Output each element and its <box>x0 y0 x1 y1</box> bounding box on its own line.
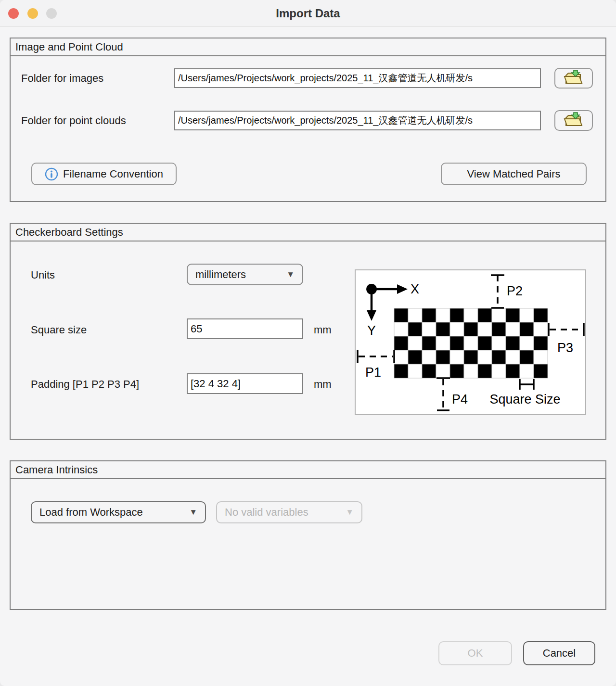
intrinsics-source-dropdown[interactable]: Load from Workspace ▼ <box>31 501 206 523</box>
square-size-diagram-label: Square Size <box>489 392 560 407</box>
folder-images-input[interactable] <box>174 68 541 88</box>
browse-images-button[interactable] <box>554 68 593 89</box>
square-size-label: Square size <box>31 324 87 336</box>
window-title: Import Data <box>0 7 616 20</box>
padding-unit: mm <box>314 378 332 391</box>
units-dropdown[interactable]: millimeters ▼ <box>187 264 303 285</box>
filename-convention-label: Filename Convention <box>63 168 163 180</box>
checkerboard-settings-header: Checkerboard Settings <box>11 224 605 241</box>
folder-pointclouds-label: Folder for point clouds <box>21 114 126 127</box>
square-size-input[interactable] <box>187 318 303 339</box>
folder-pointclouds-input[interactable] <box>174 111 541 130</box>
p1-label: P1 <box>365 365 381 380</box>
info-icon <box>45 167 58 181</box>
units-selected-value: millimeters <box>195 268 246 281</box>
image-point-cloud-panel: Image and Point Cloud Folder for images … <box>10 38 606 202</box>
ok-button-label: OK <box>468 647 483 660</box>
chevron-down-icon: ▼ <box>189 508 197 517</box>
axis-y-label: Y <box>367 323 376 338</box>
image-point-cloud-header: Image and Point Cloud <box>11 38 605 56</box>
title-bar: Import Data <box>0 0 616 27</box>
open-folder-icon <box>563 70 584 87</box>
import-data-dialog: Import Data Image and Point Cloud Folder… <box>0 0 616 686</box>
square-size-unit: mm <box>314 324 332 336</box>
filename-convention-button[interactable]: Filename Convention <box>31 163 177 185</box>
p4-label: P4 <box>452 392 468 407</box>
cancel-button-label: Cancel <box>543 647 576 660</box>
intrinsics-variable-dropdown: No valid variables ▼ <box>216 501 362 523</box>
chevron-down-icon: ▼ <box>286 270 295 279</box>
chevron-down-icon: ▼ <box>346 508 354 517</box>
units-label: Units <box>31 269 55 281</box>
view-matched-pairs-label: View Matched Pairs <box>467 168 560 180</box>
padding-input[interactable] <box>187 373 303 394</box>
p2-label: P2 <box>507 284 523 298</box>
axis-x-label: X <box>411 282 419 296</box>
ok-button: OK <box>438 641 512 665</box>
cancel-button[interactable]: Cancel <box>523 641 595 665</box>
browse-pointclouds-button[interactable] <box>554 110 593 131</box>
checkerboard-settings-panel: Checkerboard Settings Units millimeters … <box>10 223 606 440</box>
folder-images-label: Folder for images <box>21 72 103 85</box>
checkerboard-diagram-svg: X Y P2 P3 P1 <box>356 270 585 414</box>
intrinsics-variable-value: No valid variables <box>225 506 308 519</box>
padding-label: Padding [P1 P2 P3 P4] <box>31 378 139 391</box>
view-matched-pairs-button[interactable]: View Matched Pairs <box>441 163 587 185</box>
camera-intrinsics-header: Camera Intrinsics <box>11 461 605 479</box>
checkerboard-diagram: X Y P2 P3 P1 <box>355 269 586 415</box>
checkerboard-grid <box>394 308 548 378</box>
open-folder-icon <box>563 112 584 129</box>
intrinsics-source-value: Load from Workspace <box>39 506 143 519</box>
p3-label: P3 <box>557 341 573 355</box>
camera-intrinsics-panel: Camera Intrinsics Load from Workspace ▼ … <box>10 460 606 610</box>
